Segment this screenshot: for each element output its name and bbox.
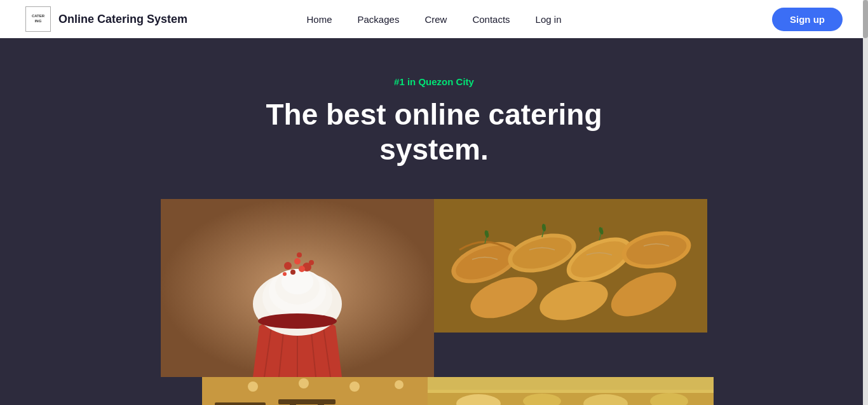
svg-point-48 — [248, 381, 258, 392]
svg-point-15 — [290, 270, 295, 275]
cupcake-image — [161, 199, 434, 377]
hero-title: The best online catering system. — [266, 97, 602, 167]
svg-rect-42 — [215, 402, 266, 405]
svg-point-49 — [299, 378, 309, 388]
nav-link-login[interactable]: Log in — [536, 14, 562, 25]
svg-point-50 — [349, 381, 360, 392]
svg-point-18 — [283, 272, 287, 276]
hero-title-line1: The best online catering — [266, 98, 602, 131]
table-image — [428, 377, 714, 405]
hero-section: #1 in Quezon City The best online cateri… — [0, 38, 868, 180]
logo-text: CATER ING — [32, 14, 44, 24]
nav-link-home[interactable]: Home — [307, 14, 332, 25]
hero-tagline: #1 in Quezon City — [394, 76, 474, 87]
croissants-svg — [434, 199, 707, 333]
cupcake-svg — [161, 199, 434, 377]
table-svg — [428, 377, 714, 405]
scrollbar[interactable] — [863, 0, 868, 405]
hero-title-line2: system. — [379, 133, 488, 166]
navbar-links: Home Packages Crew Contacts Log in — [307, 14, 562, 25]
navbar: CATER ING Online Catering System Home Pa… — [0, 0, 868, 38]
svg-point-12 — [284, 262, 292, 270]
svg-point-13 — [294, 258, 301, 264]
nav-link-crew[interactable]: Crew — [424, 14, 447, 25]
navbar-brand: CATER ING Online Catering System — [25, 6, 187, 32]
svg-point-17 — [309, 260, 314, 265]
interior-image — [202, 377, 428, 405]
scrollbar-thumb[interactable] — [863, 0, 868, 38]
nav-link-contacts[interactable]: Contacts — [472, 14, 510, 25]
navbar-actions: Sign up — [772, 8, 843, 31]
svg-point-51 — [395, 380, 403, 389]
image-grid — [0, 199, 868, 405]
logo-icon: CATER ING — [25, 6, 51, 32]
svg-point-20 — [258, 313, 337, 329]
svg-point-11 — [281, 269, 313, 294]
svg-point-19 — [297, 252, 302, 257]
interior-svg — [202, 377, 428, 405]
nav-link-packages[interactable]: Packages — [358, 14, 400, 25]
croissants-image — [434, 199, 707, 333]
svg-point-16 — [299, 266, 305, 272]
svg-rect-45 — [278, 399, 336, 404]
svg-rect-60 — [428, 390, 714, 393]
brand-name: Online Catering System — [58, 13, 187, 26]
signup-button[interactable]: Sign up — [772, 8, 843, 31]
